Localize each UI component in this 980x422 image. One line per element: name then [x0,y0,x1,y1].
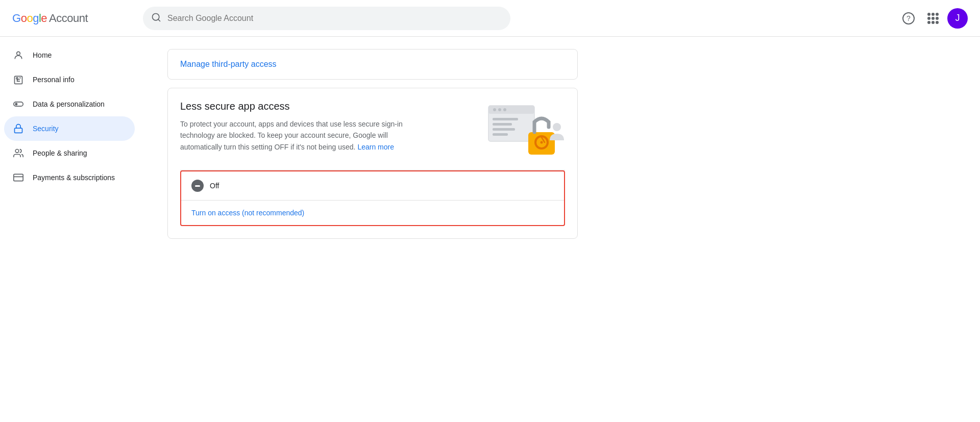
svg-point-2 [17,52,20,55]
sidebar-item-people-sharing[interactable]: People & sharing [4,141,135,165]
sidebar-item-personal-info[interactable]: Personal info [4,67,135,92]
svg-point-25 [553,123,561,131]
grid-icon [927,13,939,24]
secure-card-content: Less secure app access To protect your a… [180,101,471,153]
sidebar-item-payments[interactable]: Payments & subscriptions [4,165,135,190]
sidebar: Home Personal info Data & personalizatio… [0,37,143,422]
sidebar-item-label-home: Home [33,51,52,59]
manage-access-card: Manage third-party access [167,49,578,80]
home-icon [12,49,24,61]
svg-point-8 [15,150,19,153]
sidebar-item-security[interactable]: Security [4,116,135,141]
svg-rect-7 [15,128,22,133]
secure-card-header: Less secure app access To protect your a… [180,101,565,162]
sidebar-item-label-personal: Personal info [33,76,75,84]
sidebar-item-data-personalization[interactable]: Data & personalization [4,92,135,116]
status-text: Off [210,182,219,190]
sidebar-item-label-people: People & sharing [33,149,87,157]
logo-google-text: Google [12,12,47,25]
status-section: Off Turn on access (not recommended) [180,170,565,226]
svg-rect-19 [493,133,508,136]
card-icon [12,171,24,184]
svg-rect-18 [493,128,515,131]
header-actions: ? J [898,8,968,29]
person-icon [12,73,24,86]
svg-point-4 [16,78,18,79]
sidebar-item-label-payments: Payments & subscriptions [33,173,115,182]
avatar[interactable]: J [947,8,968,29]
less-secure-card: Less secure app access To protect your a… [167,88,578,239]
turn-on-row: Turn on access (not recommended) [181,201,564,225]
manage-access-link[interactable]: Manage third-party access [180,60,277,68]
sidebar-item-home[interactable]: Home [4,43,135,67]
svg-rect-16 [493,118,518,120]
main-content: Manage third-party access Less secure ap… [143,37,602,422]
off-status-icon [191,180,204,192]
less-secure-description: To protect your account, apps and device… [180,118,425,153]
help-button[interactable]: ? [898,8,919,29]
sidebar-item-label-security: Security [33,125,59,133]
search-input[interactable] [167,14,502,23]
turn-on-access-link[interactable]: Turn on access (not recommended) [191,209,304,217]
learn-more-link[interactable]: Learn more [357,143,394,151]
svg-line-1 [158,19,160,21]
toggle-icon [12,98,24,110]
header: Google Account ? [0,0,980,37]
less-secure-title: Less secure app access [180,101,471,112]
svg-point-13 [493,108,496,111]
apps-button[interactable] [923,8,943,29]
logo[interactable]: Google Account [12,12,135,25]
svg-rect-9 [14,174,23,181]
svg-point-15 [503,108,506,111]
status-row: Off [181,171,564,201]
search-icon [151,12,161,24]
people-icon [12,147,24,159]
svg-rect-17 [493,123,512,126]
sidebar-item-label-data: Data & personalization [33,100,105,108]
lock-icon [12,122,24,135]
svg-point-24 [541,141,543,144]
logo-account-text: Account [49,12,88,25]
layout: Home Personal info Data & personalizatio… [0,37,980,422]
lock-illustration [483,101,565,162]
svg-point-6 [15,103,17,106]
svg-point-14 [498,108,501,111]
red-outlined-box: Off Turn on access (not recommended) [180,170,565,226]
question-icon: ? [902,12,915,24]
search-bar [143,7,510,30]
